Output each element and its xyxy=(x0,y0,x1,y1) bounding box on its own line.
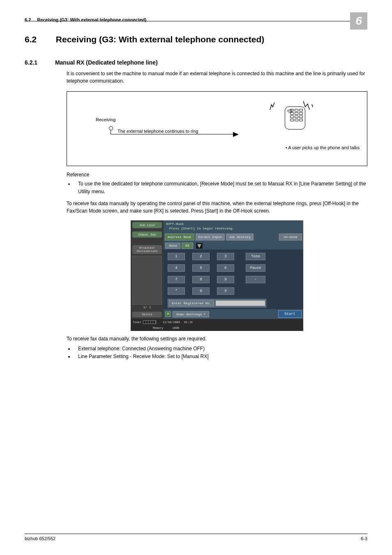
ring-text: The external telephone continues to ring xyxy=(118,129,198,134)
key-6[interactable]: 6 xyxy=(217,264,234,272)
toner-label: Toner xyxy=(133,321,141,324)
subsection-heading: 6.2.1 Manual RX (Dedicated telephone lin… xyxy=(25,59,367,66)
footer-page-number: 6-3 xyxy=(361,536,367,541)
key-4[interactable]: 4 xyxy=(168,264,185,272)
delete-button[interactable]: Delete xyxy=(132,312,162,317)
key-5[interactable]: 5 xyxy=(192,264,210,272)
key-1[interactable]: 1 xyxy=(168,253,185,260)
footer-memory-value: 100% xyxy=(172,326,179,330)
broadcast-label: Broadcast Destinations xyxy=(132,245,162,254)
start-button[interactable]: Start xyxy=(278,310,302,318)
job-list-button[interactable]: Job List xyxy=(132,222,162,228)
key-3[interactable]: 3 xyxy=(217,253,234,260)
rx-tab[interactable]: RX xyxy=(182,243,193,249)
dropdown-icon[interactable] xyxy=(196,243,203,249)
settings-list: External telephone: Connected (Answering… xyxy=(67,345,367,361)
control-panel-screenshot: Job List Check Job Broadcast Destination… xyxy=(131,220,303,331)
enter-registered-no-button[interactable]: Enter Registered No. xyxy=(169,300,214,306)
dash-button[interactable]: - xyxy=(246,276,265,283)
settings-intro: To receive fax data manually, the follow… xyxy=(67,335,367,342)
tab-address-book[interactable]: Address Book xyxy=(165,234,194,240)
telephone-icon xyxy=(285,104,305,130)
key-2[interactable]: 2 xyxy=(192,253,210,260)
phone-caption: • A user picks up the phone and talks xyxy=(286,145,360,150)
list-item: External telephone: Connected (Answering… xyxy=(74,345,367,353)
instruction-paragraph: To receive fax data manually by operatin… xyxy=(67,200,367,215)
page-footer: bizhub 652/552 6-3 xyxy=(25,534,367,541)
footer-memory-label: Memory xyxy=(153,326,163,330)
on-hook-button[interactable]: On-Hook xyxy=(279,234,302,240)
footer-date: 12/30/2009 xyxy=(163,321,180,324)
chevron-down-icon: ▾ xyxy=(203,312,205,316)
section-heading: 6.2 Receiving (G3: With external telepho… xyxy=(25,35,367,44)
registered-no-field[interactable] xyxy=(216,301,265,306)
check-job-button[interactable]: Check Job xyxy=(132,231,162,238)
send-tab[interactable]: Send xyxy=(165,243,180,249)
scan-settings-icon: A xyxy=(165,311,171,317)
flow-diagram: Receiving The external telephone continu… xyxy=(67,91,367,166)
reference-list: To use the line dedicated for telephone … xyxy=(67,180,367,196)
toner-bar-icon xyxy=(143,320,156,324)
receiving-label: Receiving xyxy=(96,117,115,122)
tab-direct-input[interactable]: Direct Input xyxy=(196,234,225,240)
footer-model: bizhub 652/552 xyxy=(25,536,55,541)
list-item: Line Parameter Setting - Receive Mode: S… xyxy=(74,353,367,361)
page-indicator: 1/ 1 xyxy=(131,305,164,309)
intro-paragraph: It is convenient to set the machine to m… xyxy=(67,70,367,85)
key-8[interactable]: 8 xyxy=(192,276,210,283)
arrow-icon xyxy=(233,132,239,137)
scan-settings-button[interactable]: Scan Settings ▾ xyxy=(173,311,209,317)
key-hash[interactable]: # xyxy=(217,287,234,295)
dial-keypad: 1 2 3 4 5 6 7 8 9 * xyxy=(168,253,234,295)
key-0[interactable]: 0 xyxy=(192,287,210,295)
key-7[interactable]: 7 xyxy=(168,276,185,283)
chapter-badge: 6 xyxy=(350,12,367,30)
tab-job-history[interactable]: Job History xyxy=(226,234,254,240)
tone-button[interactable]: Tone xyxy=(246,253,265,260)
offhook-banner: ♦Off-Hook Press [Start] to begin receivi… xyxy=(164,220,303,232)
ring-spark-icon xyxy=(267,101,279,114)
running-header: 6.2 Receiving (G3: With external telepho… xyxy=(25,17,367,22)
key-9[interactable]: 9 xyxy=(217,276,234,283)
list-item: To use the line dedicated for telephone … xyxy=(74,180,367,196)
pause-button[interactable]: Pause xyxy=(246,264,265,272)
key-star[interactable]: * xyxy=(168,287,185,295)
reference-label: Reference xyxy=(67,172,367,178)
footer-time: 01:16 xyxy=(184,321,193,324)
enter-registered-no: Enter Registered No. xyxy=(168,299,266,308)
